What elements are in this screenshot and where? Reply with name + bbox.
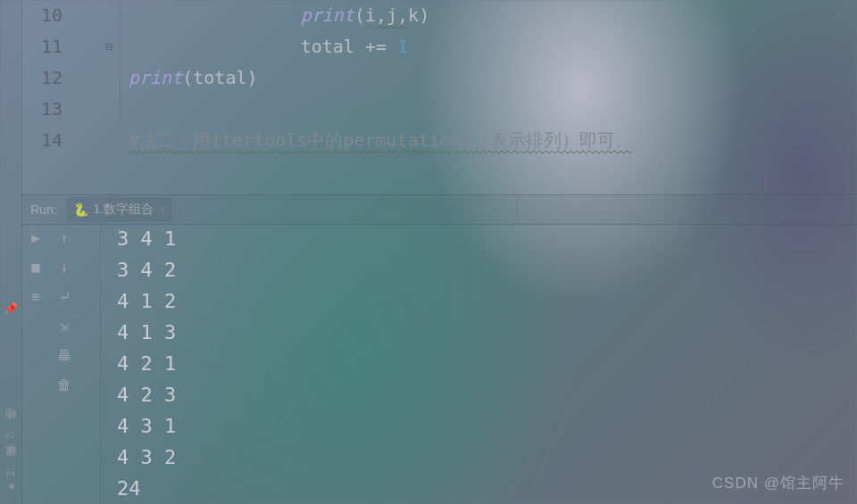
console-output[interactable]: 3 4 13 4 24 1 24 1 34 2 14 2 34 3 14 3 2…: [100, 223, 857, 504]
code-line[interactable]: total += 1: [129, 31, 857, 62]
blank: [24, 344, 47, 368]
python-icon: 🐍: [73, 202, 88, 217]
output-line: 3 4 1: [101, 223, 857, 254]
line-number: 11: [21, 31, 62, 62]
fold-marker: [100, 62, 118, 94]
run-tab-name: 1.数字组合: [94, 202, 154, 218]
code-area[interactable]: print(i,j,k) total += 1print(total)#法二：用…: [129, 0, 857, 156]
output-line: 4 3 2: [101, 442, 857, 473]
run-body: ▶ ↑ ■ ↓ ≡ ⤶ ⇲ 🖶 🗑 3 4: [21, 223, 857, 504]
rerun-icon[interactable]: ▶: [24, 227, 47, 250]
fold-column: ⊟: [100, 0, 118, 156]
line-number: 10: [21, 0, 62, 31]
line-number: 14: [21, 125, 62, 156]
code-line[interactable]: print(total): [129, 62, 857, 94]
stop-icon[interactable]: ■: [24, 256, 47, 279]
sidebar-tab-favorite[interactable]: ★ 2: 收藏: [4, 459, 19, 499]
run-toolbar: ▶ ↑ ■ ↓ ≡ ⤶ ⇲ 🖶 🗑: [21, 223, 79, 504]
sidebar-tab-label: 2: 收藏: [4, 465, 19, 476]
output-line: 4 3 1: [101, 410, 857, 442]
code-line[interactable]: print(i,j,k): [129, 0, 857, 31]
close-icon[interactable]: ×: [159, 203, 165, 216]
structure-icon: ⊪: [4, 444, 18, 454]
line-gutter: 1011121314: [21, 0, 68, 156]
left-toolstrip: 📌 ⊪ 7: 结构 ★ 2: 收藏: [0, 0, 22, 504]
output-line: 4 1 3: [101, 317, 857, 348]
code-editor[interactable]: 1011121314 ⊟ print(i,j,k) total += 1prin…: [21, 0, 857, 194]
blank: [24, 374, 47, 397]
run-toolwindow: Run: 🐍 1.数字组合 × ▶ ↑ ■ ↓ ≡ ⤶ ⇲: [21, 194, 857, 504]
sidebar-tab-label: 7: 结构: [4, 428, 19, 440]
run-tab[interactable]: 🐍 1.数字组合 ×: [66, 197, 173, 222]
watermark: CSDN @馆主阿牛: [712, 473, 845, 493]
fold-marker: [100, 125, 118, 156]
output-line: 3 4 2: [101, 254, 857, 285]
run-header: Run: 🐍 1.数字组合 ×: [21, 194, 857, 225]
trash-icon[interactable]: 🗑: [53, 374, 76, 397]
fold-marker: [100, 0, 118, 31]
code-line[interactable]: [129, 94, 857, 125]
scroll-to-end-icon[interactable]: ⇲: [53, 315, 76, 338]
output-line: 4 1 2: [101, 285, 857, 317]
sidebar-tab-structure[interactable]: ⊪ 7: 结构: [4, 423, 19, 459]
line-number: 13: [21, 94, 62, 125]
fold-marker: [100, 94, 118, 125]
layout-icon[interactable]: ≡: [24, 285, 47, 309]
star-icon: ★: [4, 480, 18, 493]
up-icon[interactable]: ↑: [53, 227, 76, 250]
run-label: Run:: [21, 202, 66, 217]
line-number: 12: [21, 62, 62, 94]
code-line[interactable]: #法二：用itertools中的permutations（表示排列）即可。: [129, 125, 857, 156]
blank: [24, 315, 47, 338]
output-line: 4 2 3: [101, 379, 857, 410]
soft-wrap-icon[interactable]: ⤶: [53, 285, 76, 309]
fold-marker[interactable]: ⊟: [100, 31, 118, 62]
pin-icon[interactable]: 📌: [4, 302, 18, 315]
run-header-spacer: [517, 195, 857, 224]
print-icon[interactable]: 🖶: [53, 344, 76, 368]
down-icon[interactable]: ↓: [53, 256, 76, 279]
output-line: 4 2 1: [101, 348, 857, 379]
indent-guide: [120, 0, 121, 125]
